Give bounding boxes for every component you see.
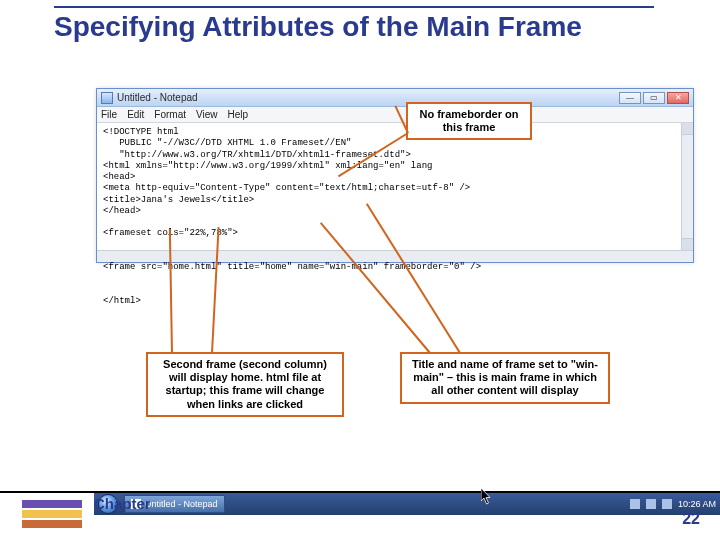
vertical-scrollbar[interactable] bbox=[681, 123, 693, 250]
title-block: Specifying Attributes of the Main Frame bbox=[54, 6, 654, 43]
close-button[interactable]: ✕ bbox=[667, 92, 689, 104]
tray-clock: 10:26 AM bbox=[678, 499, 716, 509]
minimize-button[interactable]: — bbox=[619, 92, 641, 104]
maximize-button[interactable]: ▭ bbox=[643, 92, 665, 104]
menu-file[interactable]: File bbox=[101, 109, 117, 120]
callout-noframeborder: No frameborder on this frame bbox=[406, 102, 532, 140]
logo-stripe bbox=[22, 520, 82, 528]
callout-winmain: Title and name of frame set to "win-main… bbox=[400, 352, 610, 404]
callout-secondframe: Second frame (second column) will displa… bbox=[146, 352, 344, 417]
app-icon bbox=[101, 92, 113, 104]
logo-stripe bbox=[22, 510, 82, 518]
menu-help[interactable]: Help bbox=[228, 109, 249, 120]
tray-icon[interactable] bbox=[662, 499, 672, 509]
scroll-down-arrow-icon[interactable] bbox=[682, 238, 693, 250]
scroll-up-arrow-icon[interactable] bbox=[682, 123, 693, 135]
mouse-cursor-icon bbox=[481, 488, 493, 506]
slide-root: Specifying Attributes of the Main Frame … bbox=[0, 0, 720, 540]
menu-format[interactable]: Format bbox=[154, 109, 186, 120]
title-rule bbox=[54, 6, 654, 8]
notepad-window: Untitled - Notepad — ▭ ✕ File Edit Forma… bbox=[96, 88, 694, 263]
page-number: 22 bbox=[682, 510, 700, 528]
windows-taskbar: Untitled - Notepad 10:26 AM bbox=[94, 493, 720, 515]
menu-edit[interactable]: Edit bbox=[127, 109, 144, 120]
window-caption: Untitled - Notepad bbox=[117, 92, 198, 103]
publisher-logo bbox=[22, 500, 82, 532]
code-area[interactable]: <!DOCTYPE html PUBLIC "-//W3C//DTD XHTML… bbox=[97, 123, 693, 311]
taskbar-button-label: Untitled - Notepad bbox=[145, 499, 218, 509]
system-tray: 10:26 AM bbox=[630, 499, 716, 509]
menu-view[interactable]: View bbox=[196, 109, 218, 120]
logo-stripe bbox=[22, 500, 82, 508]
window-buttons: — ▭ ✕ bbox=[619, 92, 689, 104]
footer-chapter: Chapter bbox=[94, 495, 151, 512]
window-titlebar: Untitled - Notepad — ▭ ✕ bbox=[97, 89, 693, 107]
tray-icon[interactable] bbox=[646, 499, 656, 509]
tray-icon[interactable] bbox=[630, 499, 640, 509]
slide-title: Specifying Attributes of the Main Frame bbox=[54, 12, 654, 43]
